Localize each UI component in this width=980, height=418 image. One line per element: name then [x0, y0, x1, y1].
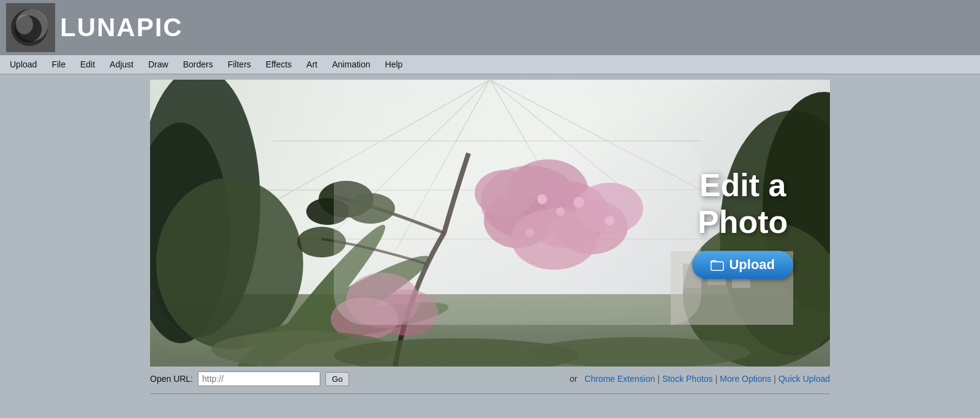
nav-item-edit[interactable]: Edit	[73, 57, 102, 72]
nav-item-animation[interactable]: Animation	[325, 57, 377, 72]
upload-button[interactable]: Upload	[692, 251, 793, 279]
bottom-divider	[150, 393, 830, 394]
nav-item-draw[interactable]: Draw	[141, 57, 176, 72]
navbar: UploadFileEditAdjustDrawBordersFiltersEf…	[0, 55, 980, 75]
nav-item-filters[interactable]: Filters	[221, 57, 258, 72]
links-area: or Chrome Extension | Stock Photos | Mor…	[570, 374, 830, 384]
more-options-link[interactable]: More Options	[720, 374, 771, 384]
nav-item-help[interactable]: Help	[378, 57, 410, 72]
bottom-bar: Open URL: Go or Chrome Extension | Stock…	[150, 367, 830, 391]
separator-2: |	[715, 374, 718, 384]
nav-item-borders[interactable]: Borders	[176, 57, 221, 72]
nav-item-adjust[interactable]: Adjust	[102, 57, 141, 72]
folder-icon	[710, 258, 724, 272]
logo-container: LUNAPIC	[6, 3, 183, 52]
nav-item-effects[interactable]: Effects	[258, 57, 300, 72]
stock-photos-link[interactable]: Stock Photos	[662, 374, 713, 384]
go-button[interactable]: Go	[325, 372, 349, 386]
url-input[interactable]	[198, 371, 320, 386]
edit-photo-text: Edit a Photo	[698, 167, 788, 241]
svg-rect-54	[711, 262, 723, 270]
separator-3: |	[774, 374, 776, 384]
open-url-label: Open URL:	[150, 374, 193, 384]
edit-photo-overlay: Edit a Photo Upload	[692, 167, 793, 279]
nav-item-upload[interactable]: Upload	[2, 57, 44, 72]
svg-point-48	[530, 337, 750, 367]
svg-point-4	[16, 15, 33, 34]
svg-point-19	[156, 178, 303, 349]
hero-image-container: Edit a Photo Upload	[150, 80, 830, 367]
nav-item-art[interactable]: Art	[299, 57, 325, 72]
svg-rect-49	[334, 141, 701, 325]
quick-upload-link[interactable]: Quick Upload	[778, 374, 830, 384]
logo-text: LUNAPIC	[60, 13, 183, 42]
chrome-extension-link[interactable]: Chrome Extension	[584, 374, 655, 384]
main: Edit a Photo Upload Open URL: Go or Chro…	[0, 75, 980, 397]
logo-icon	[6, 3, 55, 52]
header: LUNAPIC	[0, 0, 980, 55]
separator-1: |	[657, 374, 660, 384]
or-text: or	[570, 374, 577, 384]
nav-item-file[interactable]: File	[44, 57, 73, 72]
